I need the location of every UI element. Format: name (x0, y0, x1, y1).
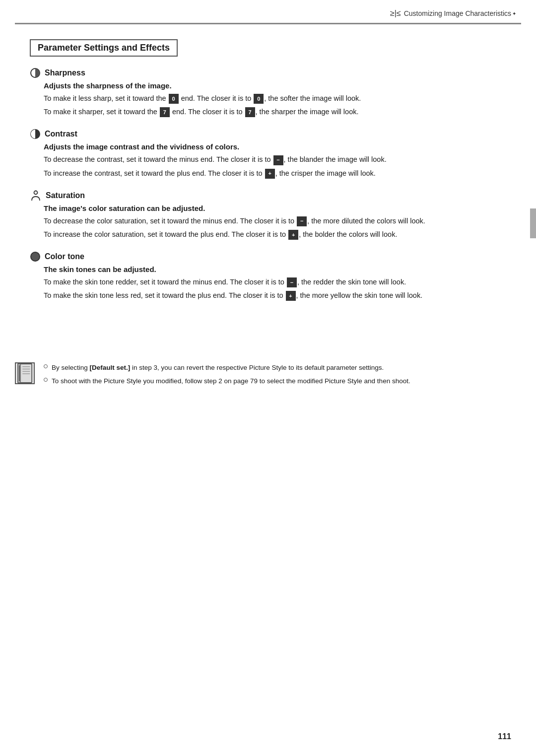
box-0-dark: 0 (169, 94, 179, 104)
box-7-dark2: 7 (245, 107, 255, 117)
contrast-heading: Contrast (30, 129, 506, 139)
main-content: Parameter Settings and Effects Sharpness… (0, 24, 536, 333)
sharpness-body: To make it less sharp, set it toward the… (44, 93, 506, 118)
contrast-sub-heading: Adjusts the image contrast and the vivid… (44, 142, 506, 151)
notes-section: By selecting [Default set.] in step 3, y… (0, 362, 536, 390)
colortone-heading: Color tone (30, 251, 506, 262)
note-item-2: To shoot with the Picture Style you modi… (44, 376, 410, 387)
colortone-label: Color tone (45, 252, 84, 261)
box-plus: + (265, 169, 275, 179)
saturation-p1: To decrease the color saturation, set it… (44, 215, 506, 227)
page-number: 111 (498, 732, 511, 741)
sharpness-label: Sharpness (45, 69, 85, 77)
param-sharpness: Sharpness Adjusts the sharpness of the i… (30, 68, 506, 118)
saturation-label: Saturation (46, 191, 85, 200)
box-ct-plus: + (286, 291, 296, 301)
book-icon (15, 362, 35, 384)
notes-list: By selecting [Default set.] in step 3, y… (44, 362, 410, 390)
contrast-p2: To increase the contrast, set it toward … (44, 168, 506, 179)
sharpness-sub-heading: Adjusts the sharpness of the image. (44, 81, 506, 90)
saturation-sub-heading: The image's color saturation can be adju… (44, 204, 506, 212)
section-title: Parameter Settings and Effects (30, 39, 178, 57)
colortone-p1: To make the skin tone redder, set it tow… (44, 276, 506, 288)
svg-point-3 (31, 252, 40, 261)
header-title: Customizing Image Characteristics (404, 9, 511, 17)
sharpness-p1: To make it less sharp, set it toward the… (44, 93, 506, 104)
note-item-1: By selecting [Default set.] in step 3, y… (44, 362, 410, 373)
colortone-sub-heading: The skin tones can be adjusted. (44, 265, 506, 274)
page-header: ≥|≤ Customizing Image Characteristics ✦ (0, 0, 536, 23)
box-minus: − (273, 155, 283, 165)
contrast-p1: To decrease the contrast, set it toward … (44, 154, 506, 165)
sharpness-icon (30, 68, 41, 78)
note-text-2: To shoot with the Picture Style you modi… (52, 376, 410, 387)
saturation-heading: Saturation (30, 190, 506, 201)
colortone-body: To make the skin tone redder, set it tow… (44, 276, 506, 301)
note-text-1: By selecting [Default set.] in step 3, y… (52, 362, 384, 373)
saturation-body: To decrease the color saturation, set it… (44, 215, 506, 240)
box-ct-minus: − (287, 277, 297, 287)
svg-point-2 (34, 191, 38, 194)
contrast-icon (30, 129, 41, 139)
box-sat-plus: + (288, 230, 298, 240)
param-saturation: Saturation The image's color saturation … (30, 190, 506, 240)
box-sat-minus: − (297, 216, 307, 226)
box-0-dark2: 0 (254, 94, 264, 104)
contrast-label: Contrast (45, 130, 77, 138)
param-contrast: Contrast Adjusts the image contrast and … (30, 129, 506, 179)
sharpness-heading: Sharpness (30, 68, 506, 78)
contrast-body: To decrease the contrast, set it toward … (44, 154, 506, 179)
box-7-dark: 7 (160, 107, 170, 117)
param-colortone: Color tone The skin tones can be adjuste… (30, 251, 506, 301)
camera-icon: ≥|≤ (390, 9, 401, 18)
saturation-p2: To increase the color saturation, set it… (44, 229, 506, 240)
colortone-p2: To make the skin tone less red, set it t… (44, 290, 506, 301)
sharpness-p2: To make it sharper, set it toward the 7 … (44, 106, 506, 118)
svg-rect-5 (18, 364, 21, 383)
bullet-1 (44, 364, 48, 368)
colortone-icon (30, 251, 41, 262)
bullet-2 (44, 378, 48, 382)
saturation-icon (30, 190, 42, 201)
right-edge-bar (530, 208, 536, 238)
